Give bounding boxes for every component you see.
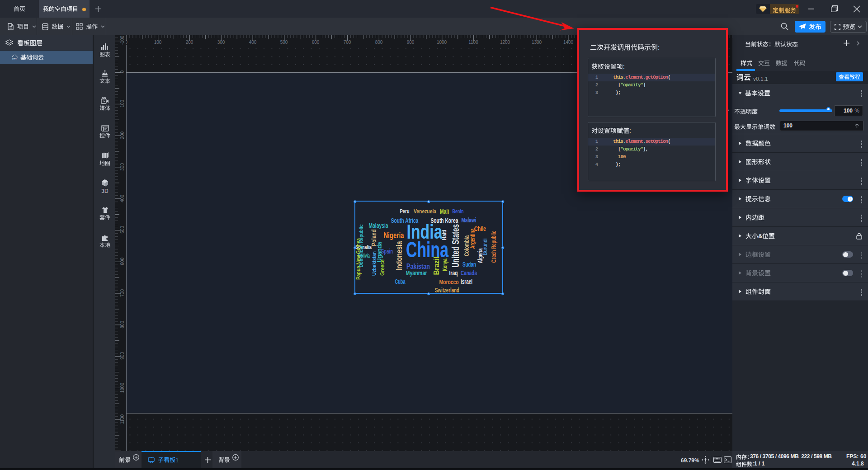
svg-text:TXT: TXT <box>12 57 17 60</box>
